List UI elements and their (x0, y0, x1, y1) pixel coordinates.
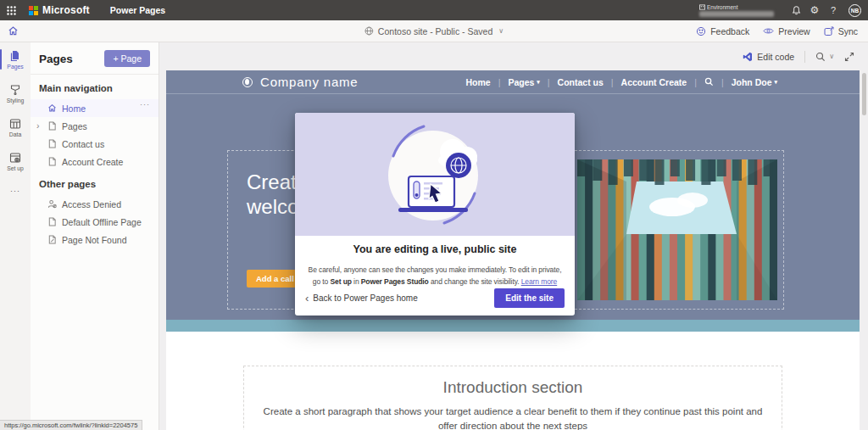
intro-section[interactable]: Introduction section Create a short para… (166, 332, 860, 428)
rail-item-label: Data (9, 131, 21, 137)
settings-button[interactable]: ⚙ (806, 0, 823, 20)
row-ellipsis-icon[interactable]: ··· (140, 100, 150, 109)
help-icon: ? (831, 5, 836, 15)
avatar-initials: NB (851, 8, 859, 14)
rail-item-data[interactable]: Data (0, 110, 31, 144)
sync-icon (824, 26, 834, 36)
notifications-button[interactable] (787, 0, 804, 20)
live-site-warning-dialog: You are editing a live, public site Be c… (295, 113, 575, 316)
edit-code-label: Edit code (757, 52, 794, 62)
home-icon (47, 103, 57, 113)
page-icon (47, 217, 57, 226)
home-icon (8, 25, 19, 36)
pages-panel: Pages + Page Main navigation Home ··· › … (31, 42, 159, 430)
back-to-home-link[interactable]: ‹ Back to Power Pages home (305, 293, 418, 304)
tree-item-pages[interactable]: › Pages (31, 117, 159, 135)
environment-picker[interactable]: Environment (699, 4, 774, 17)
edit-the-site-button[interactable]: Edit the site (494, 288, 565, 308)
tree-item-contact-us[interactable]: Contact us (31, 135, 159, 153)
edit-code-button[interactable]: Edit code (743, 52, 794, 62)
setup-icon (9, 152, 21, 164)
intro-block[interactable]: Introduction section Create a short para… (243, 366, 782, 430)
intro-title[interactable]: Introduction section (244, 378, 782, 397)
site-switcher[interactable]: Contoso site - Public - Saved ∨ (364, 26, 504, 36)
canvas-scrollbar[interactable] (862, 73, 866, 115)
preview-button[interactable]: Preview (763, 26, 810, 36)
globe-icon (364, 26, 374, 36)
hero-accent-strip (166, 320, 860, 332)
caret-down-icon: ▾ (774, 79, 777, 86)
tree-item-label: Default Offline Page (62, 217, 142, 227)
tree-item-default-offline[interactable]: Default Offline Page (31, 213, 159, 231)
zoom-control[interactable]: ∨ (815, 52, 834, 62)
chevron-right-icon[interactable]: › (36, 120, 40, 131)
add-page-button[interactable]: + Page (104, 50, 150, 67)
help-button[interactable]: ? (825, 0, 842, 20)
environment-icon (699, 4, 705, 10)
chevron-down-icon: ∨ (498, 27, 504, 35)
caret-down-icon: ▾ (537, 79, 540, 86)
tree-item-label: Contact us (62, 139, 104, 149)
office-top-bar: Microsoft Power Pages Environment ⚙ ? NB (0, 0, 868, 20)
rail-item-setup[interactable]: Set up (0, 144, 31, 178)
environment-name-redacted (699, 11, 774, 17)
microsoft-brand-text: Microsoft (42, 4, 90, 16)
editing-live-illustration (295, 113, 575, 236)
site-search-button[interactable] (697, 77, 721, 87)
tree-item-label: Page Not Found (62, 235, 126, 245)
site-preview-header[interactable]: Company name Home | Pages▾ | Contact us … (166, 70, 860, 93)
rail-item-pages[interactable]: Pages (0, 42, 31, 76)
site-nav-pages[interactable]: Pages▾ (500, 77, 547, 87)
tree-item-label: Pages (62, 121, 87, 131)
account-avatar[interactable]: NB (849, 4, 861, 17)
site-nav-home[interactable]: Home (458, 77, 498, 87)
learn-more-link[interactable]: Learn more (521, 277, 557, 286)
fullscreen-button[interactable] (844, 52, 854, 62)
status-url: https://go.microsoft.com/fwlink/?linkid=… (4, 422, 137, 429)
tree-item-page-not-found[interactable]: Page Not Found (31, 231, 159, 249)
studio-home-button[interactable] (0, 20, 25, 42)
feedback-button[interactable]: Feedback (696, 26, 749, 36)
sync-button[interactable]: Sync (824, 26, 858, 36)
chevron-down-icon: ∨ (829, 53, 834, 60)
app-launcher-waffle-icon[interactable] (0, 0, 22, 20)
feedback-icon (696, 26, 706, 36)
page-error-icon (47, 235, 57, 244)
app-name[interactable]: Power Pages (110, 5, 165, 15)
panel-title: Pages (39, 53, 73, 65)
ellipsis-icon: ··· (10, 187, 20, 195)
person-blocked-icon (47, 199, 57, 209)
rail-item-label: Set up (7, 165, 24, 171)
dialog-title: You are editing a live, public site (302, 243, 568, 255)
hero-image (577, 159, 777, 300)
toolbar-divider (804, 51, 805, 63)
vscode-icon (743, 52, 753, 62)
hero-image-block[interactable] (570, 150, 784, 310)
company-logo-icon (242, 77, 253, 87)
rail-item-label: Pages (7, 64, 23, 70)
tree-item-label: Account Create (62, 157, 123, 167)
site-user-menu[interactable]: John Doe▾ (724, 77, 785, 87)
page-icon (47, 139, 57, 148)
tree-item-label: Home (62, 103, 86, 114)
site-nav-account-create[interactable]: Account Create (614, 77, 695, 87)
dialog-illustration-area (295, 113, 575, 236)
company-name: Company name (260, 75, 359, 89)
tree-item-account-create[interactable]: Account Create (31, 153, 159, 170)
environment-label: Environment (699, 4, 774, 10)
styling-icon (9, 84, 21, 96)
microsoft-logo[interactable]: Microsoft (29, 4, 90, 16)
rail-item-styling[interactable]: Styling (0, 76, 31, 110)
sync-label: Sync (838, 26, 858, 36)
microsoft-logo-icon (29, 6, 38, 15)
tree-item-access-denied[interactable]: Access Denied (31, 195, 159, 213)
page-icon (47, 157, 57, 166)
data-table-icon (9, 118, 21, 130)
intro-body[interactable]: Create a short paragraph that shows your… (253, 405, 772, 430)
gear-icon: ⚙ (810, 5, 820, 15)
tree-item-home[interactable]: Home ··· (31, 99, 159, 117)
expand-icon (844, 52, 854, 62)
feedback-label: Feedback (710, 26, 749, 36)
rail-more-button[interactable]: ··· (0, 178, 31, 204)
site-nav-contact-us[interactable]: Contact us (550, 77, 611, 87)
